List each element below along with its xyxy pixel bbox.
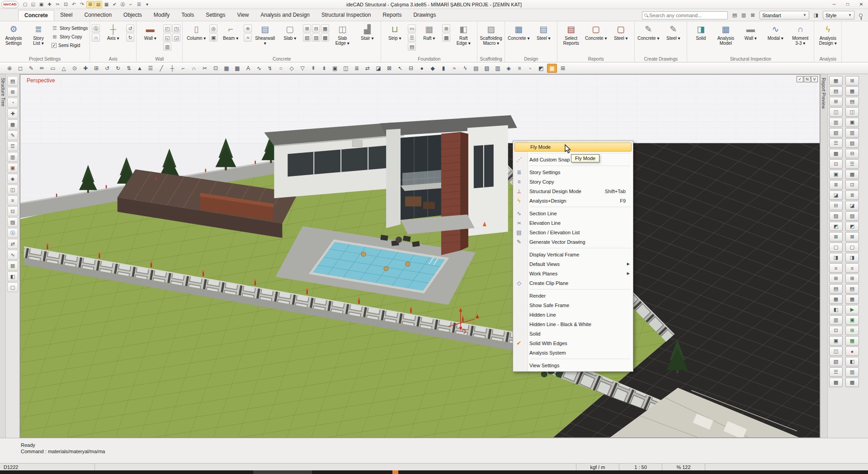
modal-button[interactable]: ∿Modal ▾ [764, 22, 787, 53]
right2-tool-5-icon[interactable]: ▥ [845, 128, 859, 137]
tab-view[interactable]: View [231, 10, 255, 21]
draw-tool-32-icon[interactable]: ≣ [352, 64, 362, 73]
tab-analysis-and-design[interactable]: Analysis and Design [255, 10, 316, 21]
left-tool-7-icon[interactable]: ▥ [7, 152, 18, 162]
checkbox-icon[interactable]: ✔ [52, 43, 57, 48]
right2-tool-20-icon[interactable]: ▤ [845, 284, 859, 294]
draw-tool-34-icon[interactable]: ◪ [373, 64, 383, 73]
draw-tool-26-icon[interactable]: ◇ [287, 64, 297, 73]
left-tool-19-icon[interactable]: ▢ [7, 282, 18, 292]
draw-tool-13-icon[interactable]: ☰ [146, 64, 156, 73]
right1-tool-15-icon[interactable]: ⊠ [829, 232, 843, 242]
axis-tool-1-icon[interactable]: ∩ [92, 33, 100, 42]
draw-tool-2-icon[interactable]: ✎ [26, 64, 36, 73]
left-tool-14-icon[interactable]: Ⓐ [7, 228, 18, 238]
right1-tool-16-icon[interactable]: ▢ [829, 242, 843, 252]
tab-concrete[interactable]: Concrete [18, 10, 54, 21]
draw-tool-50-icon[interactable]: ▦ [547, 64, 557, 73]
draw-tool-41-icon[interactable]: ≈ [449, 64, 459, 73]
slab-button[interactable]: ▢Slab ▾ [278, 22, 302, 53]
foundation-tool-1-icon[interactable]: ▩ [442, 33, 450, 42]
pin-ribbon-icon[interactable] [859, 14, 863, 17]
scale-indicator[interactable]: 1 : 50 [619, 464, 662, 470]
draw-tool-1-icon[interactable]: ◻ [15, 64, 25, 73]
draw-tool-25-icon[interactable]: ○ [276, 64, 286, 73]
concrete-button[interactable]: ✎Concrete ▾ [637, 22, 660, 53]
draw-tool-10-icon[interactable]: ↻ [113, 64, 123, 73]
raft-edge-button[interactable]: ◧Raft Edge ▾ [452, 22, 475, 53]
open-icon[interactable]: ◱ [29, 1, 37, 8]
steel-button[interactable]: ▤Steel ▾ [532, 22, 555, 53]
draw-tool-46-icon[interactable]: ◈ [504, 64, 514, 73]
right2-tool-29-icon[interactable]: ▩ [845, 378, 859, 387]
right1-tool-0-icon[interactable]: ▦ [829, 76, 843, 85]
style-select[interactable]: Style ▼ [823, 11, 854, 19]
draw-tool-28-icon[interactable]: ⇞ [308, 64, 318, 73]
draw-tool-18-icon[interactable]: ✂ [200, 64, 210, 73]
tabbar-opt-0-icon[interactable]: ▤ [731, 11, 739, 19]
scaffolding-macro-button[interactable]: ▨Scaffolding Macro ▾ [479, 22, 503, 53]
right1-tool-26-icon[interactable]: ◫ [829, 346, 843, 356]
right1-tool-7-icon[interactable]: ▩ [829, 149, 843, 158]
axis-tool-1-icon[interactable]: ↻ [126, 33, 134, 42]
semi-rigid-button[interactable]: ✔Semi Rigid [52, 42, 88, 49]
moment-3-3-button[interactable]: ∩Moment 3-3 ▾ [788, 22, 812, 53]
axis-icon[interactable]: Ⓐ [119, 1, 127, 8]
right1-tool-1-icon[interactable]: ▤ [829, 86, 843, 96]
draw-tool-40-icon[interactable]: ▮ [439, 64, 448, 73]
right1-tool-18-icon[interactable]: ≡ [829, 263, 843, 273]
draw-tool-17-icon[interactable]: ∩ [189, 64, 199, 73]
right2-tool-25-icon[interactable]: ▦ [845, 336, 859, 346]
draw-tool-22-icon[interactable]: A [243, 64, 253, 73]
tab-connection[interactable]: Connection [78, 10, 118, 21]
right1-tool-20-icon[interactable]: ▤ [829, 284, 843, 294]
right1-tool-22-icon[interactable]: ◧ [829, 305, 843, 314]
right1-tool-10-icon[interactable]: ≣ [829, 180, 843, 190]
add-icon[interactable]: ✚ [46, 1, 53, 8]
draw-tool-4-icon[interactable]: ▭ [48, 64, 58, 73]
strip-button[interactable]: ⊔Strip ▾ [383, 22, 406, 53]
story-settings-button[interactable]: ☰Story Settings [52, 24, 88, 32]
right2-tool-19-icon[interactable]: ⊞ [845, 274, 859, 283]
wall-button[interactable]: ▬Wall ▾ [138, 22, 162, 53]
draw-tool-37-icon[interactable]: ⊟ [406, 64, 416, 73]
right1-tool-11-icon[interactable]: ◪ [829, 190, 843, 200]
draw-tool-16-icon[interactable]: ⌐ [178, 64, 188, 73]
undo-icon[interactable]: ↶ [70, 1, 78, 8]
tabbar-style-0-icon[interactable]: ◨ [812, 11, 820, 19]
right1-tool-19-icon[interactable]: ⊞ [829, 274, 843, 283]
right1-tool-12-icon[interactable]: ⊟ [829, 201, 843, 210]
cut-icon[interactable]: ✂ [54, 1, 61, 8]
right2-tool-0-icon[interactable]: ⊞ [845, 76, 859, 85]
right2-tool-4-icon[interactable]: ▣ [845, 118, 859, 127]
hatch-icon[interactable]: ▦ [103, 1, 110, 8]
analysis-settings-button[interactable]: ⚙Analysis Settings [2, 22, 25, 53]
viewport-nav-0[interactable]: ✓ [797, 76, 803, 82]
axis-tool-0-icon[interactable]: Ⓐ [92, 24, 100, 33]
viewport-nav-2[interactable]: V [811, 76, 818, 82]
right2-tool-16-icon[interactable]: ▢ [845, 242, 859, 252]
draw-tool-30-icon[interactable]: ▣ [330, 64, 340, 73]
draw-tool-9-icon[interactable]: ↺ [102, 64, 112, 73]
right2-tool-12-icon[interactable]: ◪ [845, 201, 859, 210]
stair-button[interactable]: ▟Stair ▾ [355, 22, 379, 53]
draw-tool-24-icon[interactable]: ↯ [265, 64, 275, 73]
draw-tool-45-icon[interactable]: ▥ [493, 64, 503, 73]
right1-tool-8-icon[interactable]: ⊡ [829, 159, 843, 169]
analysis-design-button[interactable]: ϟAnalysis Design ▾ [816, 22, 840, 53]
concrete-tool-1-icon[interactable]: ≈ [244, 33, 252, 42]
right2-tool-11-icon[interactable]: ≣ [845, 190, 859, 200]
tab-tools[interactable]: Tools [175, 10, 200, 21]
concrete-tool-3-icon[interactable]: ▧ [303, 33, 311, 42]
foundation-tool-0-icon[interactable]: ⊞ [442, 24, 450, 33]
draw-tool-19-icon[interactable]: ⊡ [211, 64, 221, 73]
left-tool-15-icon[interactable]: ⇄ [7, 239, 18, 249]
left-tool-18-icon[interactable]: ◧ [7, 271, 18, 281]
draw-tool-43-icon[interactable]: ▤ [471, 64, 481, 73]
right2-tool-10-icon[interactable]: ⊡ [845, 180, 859, 190]
left-tool-16-icon[interactable]: ∿ [7, 250, 18, 260]
draw-tool-8-icon[interactable]: ⊞ [91, 64, 101, 73]
draw-tool-31-icon[interactable]: ◫ [341, 64, 351, 73]
copy-icon[interactable]: ⊡ [62, 1, 70, 8]
draw-tool-49-icon[interactable]: ◩ [536, 64, 546, 73]
